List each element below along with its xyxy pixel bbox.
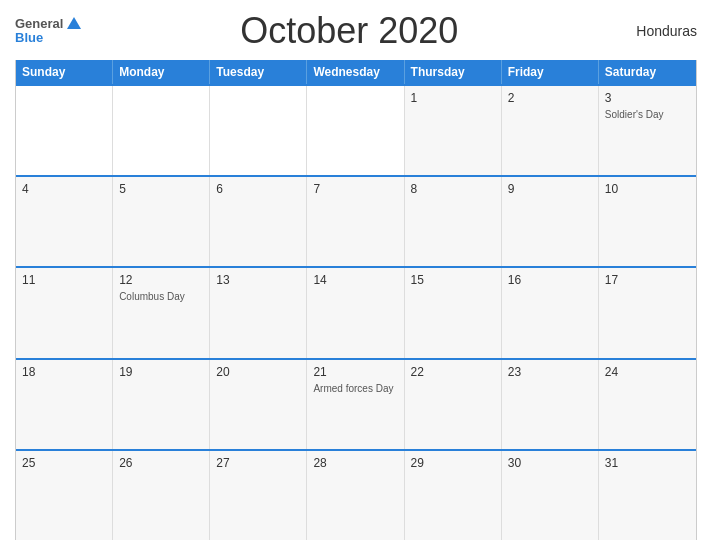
day-header-thursday: Thursday <box>405 60 502 84</box>
day-cell: 28 <box>307 451 404 540</box>
day-header-tuesday: Tuesday <box>210 60 307 84</box>
day-number: 7 <box>313 182 397 196</box>
day-cell: 19 <box>113 360 210 449</box>
logo: General Blue <box>15 17 81 46</box>
week-row-4: 25262728293031 <box>16 449 696 540</box>
day-number: 1 <box>411 91 495 105</box>
holiday-name: Columbus Day <box>119 290 203 303</box>
day-cell: 30 <box>502 451 599 540</box>
logo-blue-text: Blue <box>15 31 43 45</box>
day-number: 18 <box>22 365 106 379</box>
day-cell <box>307 86 404 175</box>
day-header-friday: Friday <box>502 60 599 84</box>
day-cell: 14 <box>307 268 404 357</box>
calendar-grid: SundayMondayTuesdayWednesdayThursdayFrid… <box>15 60 697 540</box>
day-cell: 15 <box>405 268 502 357</box>
logo-triangle-icon <box>67 17 81 29</box>
day-cell: 21Armed forces Day <box>307 360 404 449</box>
day-cell: 27 <box>210 451 307 540</box>
day-cell: 6 <box>210 177 307 266</box>
day-cell: 11 <box>16 268 113 357</box>
day-number: 31 <box>605 456 690 470</box>
logo-general-text: General <box>15 17 63 31</box>
day-number: 30 <box>508 456 592 470</box>
day-cell: 12Columbus Day <box>113 268 210 357</box>
day-cell: 25 <box>16 451 113 540</box>
day-number: 20 <box>216 365 300 379</box>
day-number: 12 <box>119 273 203 287</box>
day-cell <box>210 86 307 175</box>
day-cell <box>16 86 113 175</box>
day-number: 3 <box>605 91 690 105</box>
weeks-container: 123Soldier's Day456789101112Columbus Day… <box>16 84 696 540</box>
day-number: 22 <box>411 365 495 379</box>
day-number: 14 <box>313 273 397 287</box>
day-header-wednesday: Wednesday <box>307 60 404 84</box>
day-number: 21 <box>313 365 397 379</box>
day-number: 5 <box>119 182 203 196</box>
day-cell: 7 <box>307 177 404 266</box>
day-number: 6 <box>216 182 300 196</box>
week-row-2: 1112Columbus Day1314151617 <box>16 266 696 357</box>
day-number: 26 <box>119 456 203 470</box>
day-number: 13 <box>216 273 300 287</box>
day-cell: 8 <box>405 177 502 266</box>
day-cell: 26 <box>113 451 210 540</box>
day-cell: 31 <box>599 451 696 540</box>
day-number: 2 <box>508 91 592 105</box>
holiday-name: Armed forces Day <box>313 382 397 395</box>
day-number: 11 <box>22 273 106 287</box>
calendar-title: October 2020 <box>81 10 617 52</box>
holiday-name: Soldier's Day <box>605 108 690 121</box>
day-number: 15 <box>411 273 495 287</box>
day-number: 23 <box>508 365 592 379</box>
day-number: 29 <box>411 456 495 470</box>
day-cell: 23 <box>502 360 599 449</box>
day-number: 19 <box>119 365 203 379</box>
day-number: 10 <box>605 182 690 196</box>
calendar-container: General Blue October 2020 Honduras Sunda… <box>0 0 712 550</box>
day-number: 25 <box>22 456 106 470</box>
day-number: 4 <box>22 182 106 196</box>
day-cell <box>113 86 210 175</box>
country-label: Honduras <box>617 23 697 39</box>
days-header: SundayMondayTuesdayWednesdayThursdayFrid… <box>16 60 696 84</box>
day-cell: 9 <box>502 177 599 266</box>
week-row-3: 18192021Armed forces Day222324 <box>16 358 696 449</box>
day-cell: 24 <box>599 360 696 449</box>
day-number: 27 <box>216 456 300 470</box>
day-cell: 13 <box>210 268 307 357</box>
day-number: 24 <box>605 365 690 379</box>
day-cell: 4 <box>16 177 113 266</box>
day-cell: 2 <box>502 86 599 175</box>
day-number: 16 <box>508 273 592 287</box>
day-number: 8 <box>411 182 495 196</box>
day-cell: 10 <box>599 177 696 266</box>
day-header-sunday: Sunday <box>16 60 113 84</box>
day-header-saturday: Saturday <box>599 60 696 84</box>
day-cell: 20 <box>210 360 307 449</box>
week-row-1: 45678910 <box>16 175 696 266</box>
day-number: 17 <box>605 273 690 287</box>
day-cell: 18 <box>16 360 113 449</box>
day-header-monday: Monday <box>113 60 210 84</box>
day-cell: 29 <box>405 451 502 540</box>
day-cell: 16 <box>502 268 599 357</box>
day-cell: 5 <box>113 177 210 266</box>
day-cell: 1 <box>405 86 502 175</box>
day-cell: 17 <box>599 268 696 357</box>
week-row-0: 123Soldier's Day <box>16 84 696 175</box>
day-number: 28 <box>313 456 397 470</box>
day-cell: 3Soldier's Day <box>599 86 696 175</box>
day-number: 9 <box>508 182 592 196</box>
day-cell: 22 <box>405 360 502 449</box>
calendar-header: General Blue October 2020 Honduras <box>15 10 697 52</box>
